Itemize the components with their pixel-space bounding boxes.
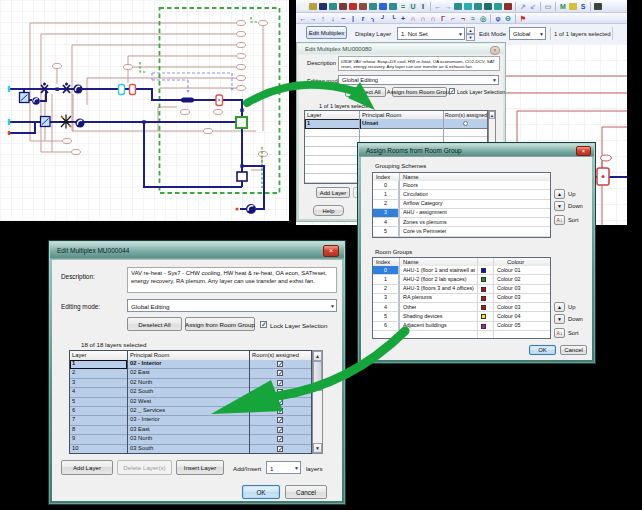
duct-arc-6-icon[interactable]: ¬ <box>459 15 467 22</box>
draw-curve-nw-icon[interactable]: ╯ <box>379 15 387 22</box>
scroll-up-icon[interactable]: ▲ <box>489 111 495 119</box>
sort-button[interactable]: A↓ <box>554 215 565 225</box>
separator[interactable] <box>515 14 516 23</box>
scroll-down-icon[interactable]: ▼ <box>313 443 322 453</box>
component-equal-icon[interactable]: = <box>399 3 407 10</box>
down-button-2[interactable]: ▼ <box>554 314 565 324</box>
draw-line-icon[interactable]: | <box>349 15 357 22</box>
separator[interactable] <box>490 14 491 23</box>
dialog-titlebar[interactable]: Edit Multiplex MU000080 <box>298 44 504 54</box>
layer-row[interactable]: 2 02 East ✓ <box>70 369 311 378</box>
selection-box-icon[interactable]: ▭ <box>544 3 552 10</box>
rooms-assigned-checkbox[interactable]: ✓ <box>277 399 283 405</box>
component-u-icon[interactable]: U <box>409 3 417 10</box>
lock-layer-selection-checkbox[interactable]: ✓ <box>449 88 455 94</box>
dialog-titlebar[interactable]: Edit Multiplex MU000044 <box>50 242 344 259</box>
component-tank-icon[interactable] <box>484 3 492 10</box>
duct-arc-3-icon[interactable]: ∩ <box>429 15 437 22</box>
component-box-icon[interactable] <box>389 3 397 10</box>
layer-row[interactable]: 8 03 East ✓ <box>70 426 311 435</box>
rooms-assigned-checkbox[interactable]: ✓ <box>277 427 283 433</box>
deselect-all-button[interactable]: Deselect All <box>345 87 386 97</box>
layer-row[interactable]: 4 02 South ✓ <box>70 388 311 397</box>
remove-node-icon[interactable]: − <box>339 15 347 22</box>
duct-arc-2-icon[interactable]: ∩ <box>419 15 427 22</box>
component-chiller-icon[interactable] <box>464 3 472 10</box>
move-left-icon[interactable]: ← <box>299 15 307 22</box>
move-up-icon[interactable]: ↑ <box>319 15 327 22</box>
deselect-all-button[interactable]: Deselect All <box>127 317 182 331</box>
separator[interactable] <box>590 2 591 11</box>
save-icon[interactable] <box>319 3 327 10</box>
help-button[interactable]: Help <box>313 205 344 216</box>
zoom-out-icon[interactable]: ↙ <box>529 3 537 10</box>
layer-row[interactable]: 7 03 - Interior ✓ <box>70 416 311 425</box>
room-groups-table[interactable]: Index Name Colour 0 AHU-1 (floor 1 and s… <box>372 257 551 339</box>
phi-icon[interactable]: φ <box>494 15 502 22</box>
ring-icon[interactable]: ◎ <box>479 15 487 22</box>
cancel-button[interactable]: Cancel <box>285 485 327 499</box>
sketch-icon[interactable]: S <box>579 3 587 10</box>
description-field[interactable]: VAV re-heat - Sys7 - CHW cooling, HW hea… <box>127 267 337 293</box>
component-valve-icon[interactable] <box>504 3 512 10</box>
sort-button-2[interactable]: A↓ <box>554 328 565 338</box>
assign-from-room-group-button[interactable]: Assign from Room Group <box>185 317 255 331</box>
rooms-assigned-checkbox[interactable]: ✓ <box>277 380 283 386</box>
separator[interactable] <box>515 2 516 11</box>
duct-arc-1-icon[interactable]: ∩ <box>409 15 417 22</box>
component-ahu-icon[interactable] <box>454 3 462 10</box>
layers-table-scrollbar[interactable]: ▲ ▼ <box>312 350 323 454</box>
scroll-up-icon[interactable]: ▲ <box>313 351 322 361</box>
rooms-assigned-checkbox[interactable]: ✓ <box>277 361 283 367</box>
duct-arc-4-icon[interactable]: Γ <box>439 15 447 22</box>
duct-arc-5-icon[interactable]: ⌐ <box>449 15 457 22</box>
rooms-assigned-checkbox[interactable]: ✓ <box>277 370 283 376</box>
cancel-button[interactable]: Cancel <box>560 345 587 355</box>
editing-mode-combo[interactable]: Global Editing ▼ <box>127 299 337 312</box>
layer-spinner[interactable]: ▲▼ <box>466 27 475 40</box>
draw-curve-ne-icon[interactable]: ╮ <box>369 15 377 22</box>
hvac-schematic-canvas[interactable] <box>0 0 289 221</box>
move-down-icon[interactable]: ↓ <box>329 15 337 22</box>
add-insert-count-combo[interactable]: 1 ▼ <box>266 461 301 474</box>
rooms-assigned-checkbox[interactable]: ✓ <box>277 417 283 423</box>
ok-button[interactable]: OK <box>529 345 556 355</box>
assign-from-room-group-button[interactable]: Assign from Room Group <box>392 87 447 97</box>
separator[interactable] <box>430 2 431 11</box>
layer-row[interactable]: 10 03 South ✓ <box>70 445 311 454</box>
rooms-assigned-checkbox[interactable]: ✓ <box>277 446 283 452</box>
wave-icon[interactable]: ≈ <box>469 15 477 22</box>
layer-row[interactable]: 9 03 North ✓ <box>70 435 311 444</box>
editing-mode-combo[interactable]: Global Editing ▼ <box>338 75 499 85</box>
edit-mode-combo[interactable]: Global ▼ <box>509 27 546 40</box>
palette-icon[interactable] <box>569 3 577 10</box>
component-split-icon[interactable] <box>339 3 347 10</box>
draw-curve-se-icon[interactable]: ╰ <box>389 15 397 22</box>
add-layer-button[interactable]: Add Layer <box>61 460 113 475</box>
forward-arrow-icon[interactable]: → <box>444 3 452 10</box>
component-fan-icon[interactable] <box>379 3 387 10</box>
edit-multiplex-button[interactable]: Edit Multiplex <box>306 26 347 39</box>
zoom-in-icon[interactable]: ↗ <box>519 3 527 10</box>
delete-icon[interactable] <box>594 3 602 10</box>
close-icon[interactable]: × <box>576 146 591 156</box>
layer-row[interactable]: 5 02 West ✓ <box>70 398 311 407</box>
flag-icon[interactable]: ⚑ <box>519 15 527 22</box>
draw-corner-icon[interactable]: r <box>359 15 367 22</box>
insert-layer-button[interactable]: Insert Layer <box>176 460 224 475</box>
close-icon[interactable]: × <box>490 46 500 55</box>
component-red-icon[interactable] <box>349 3 357 10</box>
rooms-assigned-checkbox[interactable]: ✓ <box>277 408 283 414</box>
down-button[interactable]: ▼ <box>554 201 565 211</box>
separator[interactable] <box>540 2 541 11</box>
open-folder-icon[interactable] <box>309 3 317 10</box>
component-damper-icon[interactable] <box>359 3 367 10</box>
delete-layers-button[interactable]: Delete Layer(s) <box>117 460 172 475</box>
dialog-titlebar[interactable]: Assign Rooms from Room Group <box>359 144 594 157</box>
display-layer-combo[interactable]: 1. Not Set ▼ <box>397 27 465 40</box>
layer-row[interactable]: 6 02 _ Services ✓ <box>70 407 311 416</box>
layers-table[interactable]: Layer Principal Room Room(s) assigned 1 … <box>69 350 312 454</box>
move-right-icon[interactable]: → <box>309 15 317 22</box>
component-coil-icon[interactable] <box>369 3 377 10</box>
lock-layer-selection-checkbox[interactable]: ✓ <box>260 321 267 328</box>
